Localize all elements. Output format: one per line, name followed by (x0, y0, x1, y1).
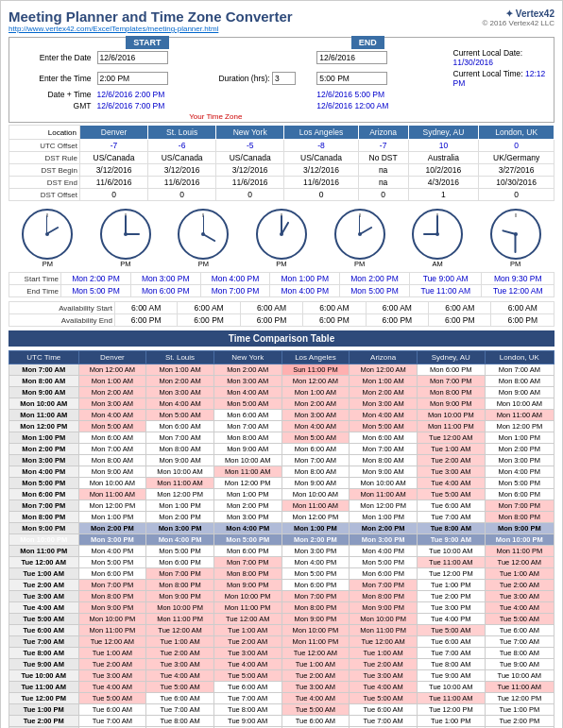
header-logo: ✦ Vertex42 (482, 8, 554, 19)
clock-newyork: PM (178, 209, 229, 268)
date-time-label: Date + Time (9, 89, 94, 100)
avail-start-row: Availability Start 6:00 AM6:00 AM6:00 AM… (9, 302, 554, 314)
table-row: Mon 11:00 AMMon 4:00 AMMon 5:00 AMMon 6:… (9, 410, 554, 421)
dst-offset-row: DST Offset 0000010 (9, 189, 554, 201)
table-row: Tue 7:00 AMTue 12:00 AMTue 1:00 AMTue 2:… (9, 636, 554, 648)
th-arizona: Arizona (350, 351, 418, 364)
dst-end-row: DST End 11/6/201611/6/201611/6/2016 11/6… (9, 177, 554, 189)
table-row: Tue 12:00 PMTue 5:00 AMTue 6:00 AMTue 7:… (9, 693, 554, 704)
col-denver: Denver (80, 126, 148, 140)
end-time-input[interactable] (316, 72, 387, 85)
th-la: Los Angeles (282, 351, 350, 364)
th-london: London, UK (485, 351, 554, 364)
table-row: Mon 9:00 PMMon 2:00 PMMon 3:00 PMMon 4:0… (9, 523, 554, 534)
start-end-time-table: Start Time Mon 2:00 PM Mon 3:00 PM Mon 4… (9, 272, 554, 297)
clock-sydney: AM (412, 209, 463, 268)
enter-date-label: Enter the Date (9, 47, 94, 68)
clock-arizona: PM (334, 209, 385, 268)
clock-stlouis: PM (100, 209, 151, 268)
clock-la: PM (256, 209, 307, 268)
duration-input[interactable] (272, 72, 296, 85)
th-stlouis: St. Louis (146, 351, 214, 364)
availability-table: Availability Start 6:00 AM6:00 AM6:00 AM… (9, 301, 554, 327)
clock-denver: PM (22, 209, 73, 268)
avail-end-row: Availability End 6:00 PM6:00 PM6:00 PM6:… (9, 314, 554, 327)
table-row: Tue 6:00 AMMon 11:00 PMTue 12:00 AMTue 1… (9, 625, 554, 636)
dst-rule-row: DST Rule US/CanadaUS/CanadaUS/Canada US/… (9, 152, 554, 164)
duration-label: Duration (hrs): (200, 68, 314, 89)
th-newyork: New York (213, 351, 282, 364)
table-row: Mon 3:00 PMMon 8:00 AMMon 9:00 AMMon 10:… (9, 455, 554, 466)
page-title: Meeting Planner and Time Zone Converter (9, 8, 293, 25)
table-row: Mon 12:00 PMMon 5:00 AMMon 6:00 AMMon 7:… (9, 421, 554, 432)
th-sydney: Sydney, AU (417, 351, 485, 364)
table-row: Mon 10:00 PMMon 3:00 PMMon 4:00 PMMon 5:… (9, 534, 554, 546)
table-row: Mon 9:00 AMMon 2:00 AMMon 3:00 AMMon 4:0… (9, 387, 554, 398)
table-row: Mon 5:00 PMMon 10:00 AMMon 11:00 AMMon 1… (9, 478, 554, 489)
table-row: Tue 5:00 AMMon 10:00 PMMon 11:00 PMTue 1… (9, 614, 554, 625)
table-row: Mon 6:00 PMMon 11:00 AMMon 12:00 PMMon 1… (9, 489, 554, 500)
header-link[interactable]: http://www.vertex42.com/ExcelTemplates/m… (9, 25, 293, 33)
end-label: END (351, 36, 384, 49)
end-gmt-value: 12/6/2016 12:00 AM (314, 100, 421, 111)
table-row: Tue 2:00 AMMon 7:00 PMMon 8:00 PMMon 9:0… (9, 580, 554, 591)
table-row: Mon 7:00 PMMon 12:00 PMMon 1:00 PMMon 2:… (9, 500, 554, 512)
col-london: London, UK (479, 126, 554, 140)
table-row: Mon 1:00 PMMon 6:00 AMMon 7:00 AMMon 8:0… (9, 432, 554, 444)
table-row: Tue 1:00 AMMon 6:00 PMMon 7:00 PMMon 8:0… (9, 568, 554, 580)
table-row: Tue 1:00 PMTue 6:00 AMTue 7:00 AMTue 8:0… (9, 704, 554, 716)
start-label: START (126, 36, 168, 49)
your-tz-label: Your Time Zone (9, 111, 422, 123)
table-row: Mon 2:00 PMMon 7:00 AMMon 8:00 AMMon 9:0… (9, 444, 554, 455)
table-row: Tue 2:00 PMTue 7:00 AMTue 8:00 AMTue 9:0… (9, 716, 554, 727)
start-date-input[interactable] (97, 51, 168, 64)
end-time-row: End Time Mon 5:00 PM Mon 6:00 PM Mon 7:0… (9, 285, 554, 297)
page: Meeting Planner and Time Zone Converter … (0, 0, 563, 728)
table-row: Mon 8:00 PMMon 1:00 PMMon 2:00 PMMon 3:0… (9, 512, 554, 523)
clocks-row: PM PM PM PM (9, 205, 554, 272)
gmt-label: GMT (9, 100, 94, 111)
enter-time-label: Enter the Time (9, 68, 94, 89)
end-date-input[interactable] (316, 51, 387, 64)
table-row: Tue 11:00 AMTue 4:00 AMTue 5:00 AMTue 6:… (9, 682, 554, 693)
table-row: Mon 10:00 AMMon 3:00 AMMon 4:00 AMMon 5:… (9, 398, 554, 410)
table-row: Tue 12:00 AMMon 5:00 PMMon 6:00 PMMon 7:… (9, 557, 554, 568)
comparison-table: UTC Time Denver St. Louis New York Los A… (9, 350, 554, 728)
table-row: Mon 8:00 AMMon 1:00 AMMon 2:00 AMMon 3:0… (9, 376, 554, 387)
col-newyork: New York (216, 126, 284, 140)
th-utc: UTC Time (9, 351, 79, 364)
start-datetime-value: 12/6/2016 2:00 PM (94, 89, 201, 100)
col-la: Los Angeles (284, 126, 359, 140)
clock-london: PM (490, 209, 541, 268)
end-datetime-value: 12/6/2016 5:00 PM (314, 89, 421, 100)
table-row: Mon 7:00 AMMon 12:00 AMMon 1:00 AMMon 2:… (9, 364, 554, 376)
table-row: Tue 3:00 AMMon 8:00 PMMon 9:00 PMMon 10:… (9, 591, 554, 602)
col-arizona: Arizona (358, 126, 408, 140)
current-local-time-label: Current Local Time: 12:12 PM (451, 68, 554, 89)
comparison-title: Time Comparison Table (9, 330, 554, 347)
header: Meeting Planner and Time Zone Converter … (9, 8, 554, 33)
table-row: Tue 10:00 AMTue 3:00 AMTue 4:00 AMTue 5:… (9, 670, 554, 682)
col-sydney: Sydney, AU (408, 126, 479, 140)
header-copyright: © 2016 Vertex42 LLC (482, 19, 554, 27)
table-row: Tue 4:00 AMMon 9:00 PMMon 10:00 PMMon 11… (9, 602, 554, 614)
dst-begin-row: DST Begin 3/12/20163/12/20163/12/2016 3/… (9, 164, 554, 177)
start-gmt-value: 12/6/2016 7:00 PM (94, 100, 201, 111)
current-local-date-label: Current Local Date: 11/30/2016 (451, 47, 554, 68)
table-row: Tue 8:00 AMTue 1:00 AMTue 2:00 AMTue 3:0… (9, 648, 554, 659)
th-denver: Denver (78, 351, 146, 364)
start-time-row: Start Time Mon 2:00 PM Mon 3:00 PM Mon 4… (9, 273, 554, 285)
start-time-input[interactable] (97, 72, 168, 85)
table-row: Mon 4:00 PMMon 9:00 AMMon 10:00 AMMon 11… (9, 466, 554, 478)
col-stlouis: St. Louis (148, 126, 216, 140)
table-row: Mon 11:00 PMMon 4:00 PMMon 5:00 PMMon 6:… (9, 546, 554, 557)
top-form: START END Enter the Date Current Local D… (9, 37, 554, 123)
tz-info-table: Location Denver St. Louis New York Los A… (9, 125, 554, 201)
table-row: Tue 9:00 AMTue 2:00 AMTue 3:00 AMTue 4:0… (9, 659, 554, 670)
utc-offset-row: UTC Offset -7-6-5 -8-7100 (9, 140, 554, 152)
